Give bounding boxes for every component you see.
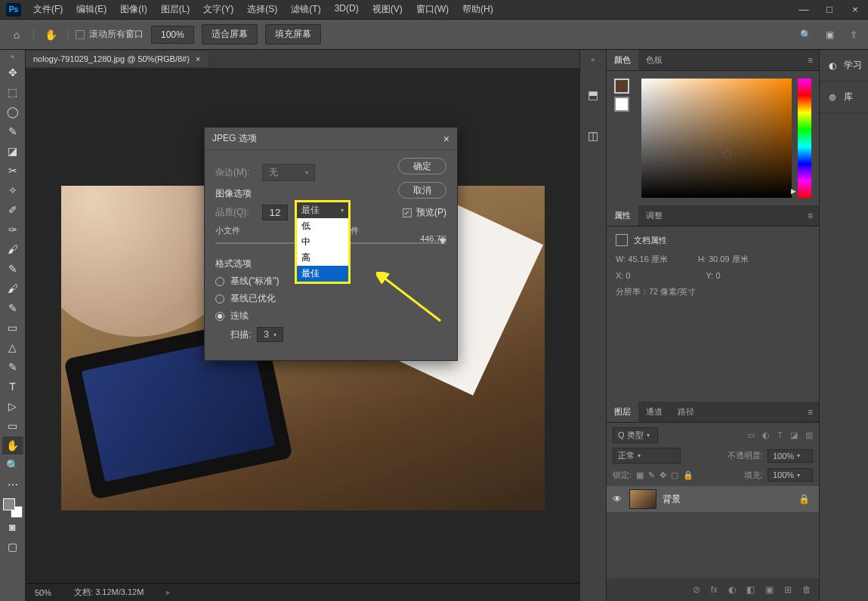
dock-collapse[interactable]: « bbox=[591, 56, 595, 63]
menu-help[interactable]: 帮助(H) bbox=[456, 0, 499, 19]
cancel-button[interactable]: 取消 bbox=[398, 182, 446, 199]
lock-position-icon[interactable]: ✥ bbox=[659, 470, 666, 480]
radio-baseline-optimized[interactable]: 基线已优化 bbox=[215, 292, 446, 305]
menu-window[interactable]: 窗口(W) bbox=[410, 0, 455, 19]
cube-panel-icon[interactable]: ◫ bbox=[584, 127, 602, 145]
fill-screen-button[interactable]: 填充屏幕 bbox=[265, 24, 321, 45]
pen-tool[interactable]: ✎ bbox=[2, 358, 23, 376]
dialog-titlebar[interactable]: JPEG 选项 × bbox=[205, 128, 457, 150]
quality-input[interactable] bbox=[262, 205, 288, 220]
fx-icon[interactable]: fx bbox=[711, 584, 718, 595]
preview-checkbox[interactable]: ✓ 预览(P) bbox=[403, 206, 446, 219]
dialog-close-icon[interactable]: × bbox=[443, 133, 449, 145]
search-icon[interactable]: 🔍 bbox=[798, 28, 812, 42]
share-icon[interactable]: ⇪ bbox=[847, 28, 860, 42]
radio-progressive[interactable]: 连续 bbox=[215, 310, 446, 322]
menu-file[interactable]: 文件(F) bbox=[27, 0, 69, 19]
color-field[interactable] bbox=[641, 79, 792, 198]
zoom-value-button[interactable]: 100% bbox=[151, 26, 194, 44]
panel-menu-icon[interactable]: ≡ bbox=[802, 55, 819, 66]
quality-option-best[interactable]: 最佳 bbox=[297, 266, 348, 282]
filter-adjust-icon[interactable]: ◐ bbox=[762, 430, 770, 440]
menu-3d[interactable]: 3D(D) bbox=[329, 0, 365, 19]
tab-color[interactable]: 颜色 bbox=[607, 50, 638, 70]
filter-image-icon[interactable]: ▭ bbox=[747, 430, 755, 440]
tab-layers[interactable]: 图层 bbox=[607, 402, 638, 422]
adjustment-icon[interactable]: ◧ bbox=[746, 584, 755, 595]
menu-filter[interactable]: 滤镜(T) bbox=[285, 0, 326, 19]
path-tool[interactable]: ▷ bbox=[2, 397, 23, 415]
filter-type-icon[interactable]: T bbox=[777, 430, 783, 440]
matte-select[interactable]: 无▾ bbox=[262, 164, 315, 181]
fill-value[interactable]: 100%▾ bbox=[768, 468, 813, 482]
mask-icon[interactable]: ◐ bbox=[728, 584, 736, 595]
clone-tool[interactable]: 🖌 bbox=[2, 240, 23, 258]
libraries-panel-button[interactable]: ⊚ 库 bbox=[820, 82, 868, 113]
learn-panel-button[interactable]: ◐ 学习 bbox=[820, 50, 868, 82]
marquee-tool[interactable]: ⬚ bbox=[2, 83, 23, 101]
dodge-tool[interactable]: △ bbox=[2, 338, 23, 356]
blur-tool[interactable]: ▭ bbox=[2, 319, 23, 337]
gradient-tool[interactable]: ✎ bbox=[2, 299, 23, 317]
visibility-icon[interactable]: 👁 bbox=[611, 494, 623, 504]
close-tab-icon[interactable]: × bbox=[196, 54, 200, 63]
filter-smart-icon[interactable]: ▥ bbox=[805, 430, 813, 440]
menu-edit[interactable]: 编辑(E) bbox=[70, 0, 113, 19]
tab-paths[interactable]: 路径 bbox=[670, 402, 702, 422]
blend-mode-select[interactable]: 正常▾ bbox=[613, 448, 681, 464]
new-layer-icon[interactable]: ⊞ bbox=[784, 584, 792, 595]
quick-select-tool[interactable]: ✎ bbox=[2, 122, 23, 140]
hand-tool-icon[interactable]: ✋ bbox=[42, 26, 60, 44]
close-window-button[interactable]: × bbox=[842, 0, 868, 20]
quality-option-medium[interactable]: 中 bbox=[297, 234, 348, 250]
lock-icon[interactable]: 🔒 bbox=[798, 494, 814, 504]
minimize-button[interactable]: — bbox=[791, 0, 817, 20]
history-brush-tool[interactable]: ✎ bbox=[2, 260, 23, 278]
home-icon[interactable]: ⌂ bbox=[8, 26, 26, 44]
group-icon[interactable]: ▣ bbox=[765, 584, 774, 595]
frame-tool[interactable]: ✂ bbox=[2, 162, 23, 180]
eraser-tool[interactable]: 🖌 bbox=[2, 279, 23, 297]
shape-tool[interactable]: ▭ bbox=[2, 417, 23, 435]
tool-extra[interactable]: ⋯ bbox=[2, 476, 23, 494]
document-tab[interactable]: nology-791029_1280.jpg @ 50%(RGB/8#) × bbox=[26, 51, 208, 66]
quick-mask-tool[interactable]: ◙ bbox=[2, 518, 23, 536]
crop-tool[interactable]: ◪ bbox=[2, 142, 23, 160]
fit-screen-button[interactable]: 适合屏幕 bbox=[202, 24, 258, 45]
lock-paint-icon[interactable]: ✎ bbox=[648, 470, 655, 480]
tab-swatches[interactable]: 色板 bbox=[638, 50, 670, 70]
hand-tool[interactable]: ✋ bbox=[2, 436, 23, 455]
menu-image[interactable]: 图像(I) bbox=[114, 0, 153, 19]
toolbox-collapse[interactable]: « bbox=[11, 53, 14, 60]
lock-all-icon[interactable]: 🔒 bbox=[683, 470, 693, 480]
zoom-tool[interactable]: 🔍 bbox=[2, 456, 23, 474]
scroll-all-checkbox[interactable]: 滚动所有窗口 bbox=[76, 28, 144, 41]
screen-mode-tool[interactable]: ▢ bbox=[2, 538, 23, 556]
maximize-button[interactable]: □ bbox=[817, 0, 842, 20]
history-panel-icon[interactable]: ⬒ bbox=[584, 86, 602, 104]
type-tool[interactable]: T bbox=[2, 378, 23, 396]
background-color[interactable] bbox=[614, 97, 629, 112]
move-tool[interactable]: ✥ bbox=[2, 63, 23, 82]
status-zoom[interactable]: 50% bbox=[35, 588, 51, 597]
lock-artboard-icon[interactable]: ▢ bbox=[671, 470, 678, 480]
tab-properties[interactable]: 属性 bbox=[607, 205, 638, 226]
hue-slider[interactable] bbox=[798, 79, 811, 198]
brush-tool[interactable]: ✑ bbox=[2, 220, 23, 239]
delete-icon[interactable]: 🗑 bbox=[802, 584, 811, 595]
lasso-tool[interactable]: ◯ bbox=[2, 103, 23, 121]
color-swatches[interactable] bbox=[3, 498, 23, 518]
workspace-icon[interactable]: ▣ bbox=[823, 28, 836, 42]
quality-option-high[interactable]: 高 bbox=[297, 250, 348, 266]
filter-shape-icon[interactable]: ◪ bbox=[790, 430, 798, 440]
layer-kind-filter[interactable]: Q 类型▾ bbox=[613, 427, 658, 443]
quality-select[interactable]: 最佳▾ bbox=[297, 202, 348, 218]
scans-select[interactable]: 3▾ bbox=[257, 327, 283, 342]
panel-menu-icon[interactable]: ≡ bbox=[802, 407, 819, 418]
status-more-icon[interactable]: ▸ bbox=[166, 587, 171, 597]
menu-type[interactable]: 文字(Y) bbox=[197, 0, 239, 19]
healing-tool[interactable]: ✐ bbox=[2, 201, 23, 219]
quality-option-low[interactable]: 低 bbox=[297, 218, 348, 234]
opacity-value[interactable]: 100%▾ bbox=[768, 449, 813, 463]
menu-view[interactable]: 视图(V) bbox=[366, 0, 409, 19]
